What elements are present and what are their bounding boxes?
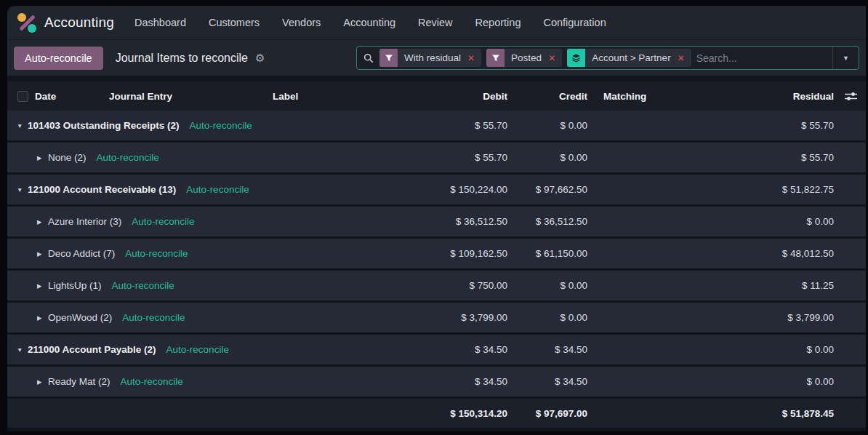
total-residual: $ 51,878.45 [658, 408, 835, 419]
auto-reconcile-link[interactable]: Auto-reconcile [166, 344, 229, 355]
column-header-matching[interactable]: Matching [589, 91, 658, 102]
nav-menu-item[interactable]: Reporting [475, 17, 521, 28]
residual-value: $ 0.00 [658, 376, 835, 387]
search-facet[interactable]: With residual ✕ [379, 49, 481, 67]
residual-value: $ 48,012.50 [658, 248, 835, 259]
auto-reconcile-link[interactable]: Auto-reconcile [190, 120, 252, 131]
column-header-date[interactable]: Date [35, 91, 109, 102]
search-bar[interactable]: With residual ✕ Posted ✕ Account > Partn… [356, 46, 859, 70]
residual-value: $ 3,799.00 [658, 312, 835, 323]
table-row[interactable]: ▶ OpenWood (2) Auto-reconcile $ 3,799.00… [7, 303, 866, 332]
table-row[interactable]: ▶ Ready Mat (2) Auto-reconcile $ 34.50 $… [7, 367, 866, 396]
table-row[interactable]: ▶ Azure Interior (3) Auto-reconcile $ 36… [7, 207, 866, 236]
group-name: Ready Mat (2) [48, 376, 110, 387]
auto-reconcile-link[interactable]: Auto-reconcile [121, 376, 183, 387]
logo-yellow-dot [17, 13, 26, 22]
group-name: None (2) [48, 152, 87, 163]
auto-reconcile-link[interactable]: Auto-reconcile [122, 312, 185, 323]
nav-menu-item[interactable]: Configuration [543, 17, 606, 28]
group-name: 121000 Account Receivable (13) [28, 184, 176, 195]
expand-caret-icon[interactable]: ▶ [37, 218, 48, 226]
remove-facet-icon[interactable]: ✕ [678, 53, 691, 63]
facet-label: With residual [398, 52, 467, 63]
expand-caret-icon[interactable]: ▼ [17, 122, 28, 129]
expand-caret-icon[interactable]: ▼ [17, 186, 28, 193]
auto-reconcile-link[interactable]: Auto-reconcile [132, 216, 194, 227]
logo-teal-dot [28, 24, 36, 33]
nav-menu-item[interactable]: Review [418, 17, 453, 28]
search-facets: With residual ✕ Posted ✕ Account > Partn… [379, 49, 696, 67]
nav-menu-item[interactable]: Customers [209, 17, 260, 28]
expand-caret-icon[interactable]: ▶ [37, 250, 48, 258]
table-row[interactable]: ▼ 101403 Outstanding Receipts (2) Auto-r… [7, 111, 866, 140]
auto-reconcile-link[interactable]: Auto-reconcile [112, 280, 174, 291]
credit-value: $ 36,512.50 [509, 216, 589, 227]
search-input[interactable] [696, 52, 832, 64]
credit-value: $ 0.00 [509, 120, 589, 131]
residual-value: $ 0.00 [658, 216, 835, 227]
group-name: LightsUp (1) [48, 280, 102, 291]
search-icon [363, 53, 374, 63]
search-options-toggle[interactable]: ▼ [832, 47, 859, 69]
table-row[interactable]: ▶ Deco Addict (7) Auto-reconcile $ 109,1… [7, 239, 866, 268]
gear-icon[interactable]: ⚙ [255, 52, 265, 65]
total-credit: $ 97,697.00 [509, 408, 589, 419]
auto-reconcile-link[interactable]: Auto-reconcile [186, 184, 249, 195]
top-navbar: Accounting Dashboard Customers Vendors A… [7, 6, 866, 39]
table-row[interactable]: ▶ None (2) Auto-reconcile $ 55.70 $ 0.00… [7, 143, 866, 172]
expand-caret-icon[interactable]: ▶ [37, 282, 48, 290]
optional-columns-icon[interactable] [845, 91, 857, 102]
filter-icon [486, 49, 505, 67]
accounting-app-window: Accounting Dashboard Customers Vendors A… [7, 6, 866, 431]
nav-menu: Dashboard Customers Vendors Accounting R… [134, 17, 606, 28]
credit-value: $ 61,150.00 [509, 248, 589, 259]
control-bar: Auto-reconcile Journal Items to reconcil… [7, 39, 866, 76]
remove-facet-icon[interactable]: ✕ [467, 53, 481, 63]
table-row[interactable]: ▼ 121000 Account Receivable (13) Auto-re… [7, 175, 866, 204]
expand-caret-icon[interactable]: ▶ [37, 314, 48, 322]
column-header-credit[interactable]: Credit [509, 91, 589, 102]
expand-caret-icon[interactable]: ▶ [37, 378, 48, 386]
debit-value: $ 55.70 [425, 152, 509, 163]
expand-caret-icon[interactable]: ▼ [17, 346, 28, 354]
facet-label: Posted [505, 52, 548, 63]
table-row[interactable]: ▼ 211000 Account Payable (2) Auto-reconc… [7, 335, 866, 364]
table-header: Date Journal Entry Label Debit Credit Ma… [7, 81, 866, 111]
expand-caret-icon[interactable]: ▶ [37, 154, 48, 161]
residual-value: $ 55.70 [658, 120, 835, 131]
search-facet[interactable]: Account > Partner ✕ [567, 49, 691, 67]
app-brand-title[interactable]: Accounting [44, 15, 114, 31]
group-name: 211000 Account Payable (2) [28, 344, 156, 355]
column-header-debit[interactable]: Debit [425, 91, 509, 102]
table-body: ▼ 101403 Outstanding Receipts (2) Auto-r… [7, 111, 866, 396]
accounting-app-icon[interactable] [17, 13, 37, 33]
search-facet[interactable]: Posted ✕ [486, 49, 562, 67]
auto-reconcile-button[interactable]: Auto-reconcile [14, 47, 103, 70]
group-name: Deco Addict (7) [48, 248, 115, 259]
nav-menu-item[interactable]: Dashboard [134, 17, 186, 28]
nav-menu-item[interactable]: Accounting [343, 17, 395, 28]
credit-value: $ 34.50 [509, 376, 589, 387]
debit-value: $ 3,799.00 [425, 312, 509, 323]
facet-label: Account > Partner [585, 52, 677, 63]
auto-reconcile-link[interactable]: Auto-reconcile [97, 152, 159, 163]
debit-value: $ 55.70 [425, 120, 509, 131]
table-row[interactable]: ▶ LightsUp (1) Auto-reconcile $ 750.00 $… [7, 271, 866, 300]
nav-menu-item[interactable]: Vendors [282, 17, 321, 28]
filter-icon [379, 49, 398, 67]
column-header-residual[interactable]: Residual [658, 91, 835, 102]
credit-value: $ 0.00 [509, 280, 589, 291]
residual-value: $ 0.00 [658, 344, 835, 355]
auto-reconcile-link[interactable]: Auto-reconcile [125, 248, 188, 259]
debit-value: $ 36,512.50 [425, 216, 509, 227]
remove-facet-icon[interactable]: ✕ [548, 53, 562, 63]
page-title: Journal Items to reconcile [116, 52, 248, 65]
residual-value: $ 55.70 [658, 152, 835, 163]
column-header-label[interactable]: Label [273, 91, 425, 102]
debit-value: $ 109,162.50 [425, 248, 509, 259]
select-all-checkbox[interactable] [17, 91, 28, 102]
total-debit: $ 150,314.20 [425, 408, 509, 419]
column-header-journal-entry[interactable]: Journal Entry [109, 91, 273, 102]
table-totals-row: $ 150,314.20 $ 97,697.00 $ 51,878.45 [7, 399, 866, 428]
group-name: 101403 Outstanding Receipts (2) [28, 120, 180, 131]
